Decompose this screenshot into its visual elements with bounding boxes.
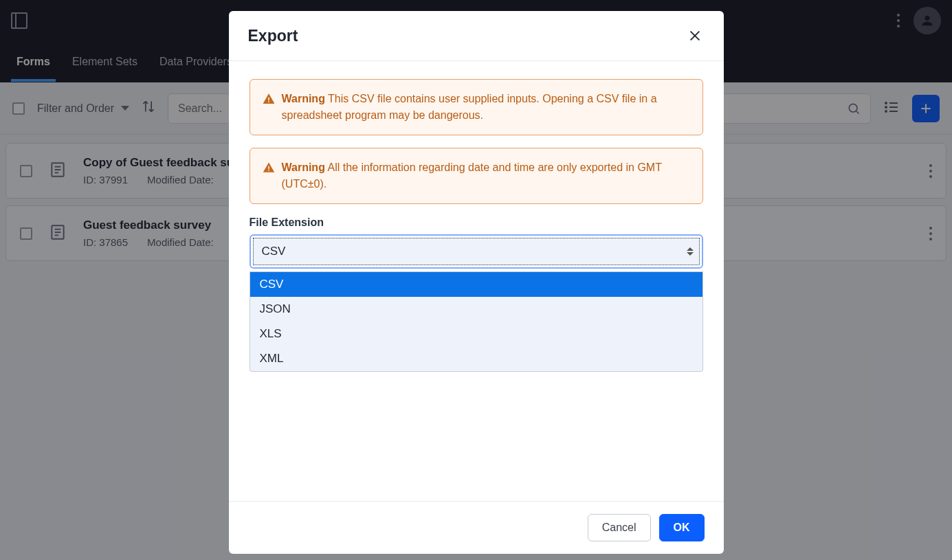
- export-modal: Export Warning This CSV file contains us…: [229, 11, 724, 554]
- warning-message: This CSV file contains user supplied inp…: [282, 93, 657, 121]
- ok-button[interactable]: OK: [659, 514, 705, 541]
- modal-title: Export: [248, 27, 298, 45]
- svg-rect-22: [268, 166, 269, 170]
- warning-triangle-icon: [263, 161, 275, 174]
- warning-alert: Warning All the information regarding da…: [250, 148, 703, 204]
- option-csv[interactable]: CSV: [250, 272, 702, 297]
- svg-rect-23: [268, 170, 269, 171]
- modal-overlay: Export Warning This CSV file contains us…: [0, 0, 952, 560]
- svg-rect-21: [268, 101, 269, 102]
- file-extension-label: File Extension: [250, 216, 703, 229]
- select-arrows-icon: [684, 247, 696, 256]
- warning-alert: Warning This CSV file contains user supp…: [250, 79, 703, 135]
- warning-label: Warning: [282, 161, 325, 173]
- warning-message: All the information regarding date and t…: [282, 161, 662, 190]
- option-json[interactable]: JSON: [250, 297, 702, 322]
- cancel-button[interactable]: Cancel: [588, 514, 651, 541]
- close-icon[interactable]: [685, 26, 705, 45]
- warning-label: Warning: [282, 93, 325, 104]
- option-xml[interactable]: XML: [250, 346, 702, 371]
- select-value: CSV: [262, 245, 286, 258]
- svg-rect-20: [268, 98, 269, 101]
- file-extension-select[interactable]: CSV: [250, 234, 703, 269]
- warning-triangle-icon: [263, 93, 275, 105]
- option-xls[interactable]: XLS: [250, 322, 702, 346]
- file-extension-dropdown: CSV JSON XLS XML: [250, 271, 703, 372]
